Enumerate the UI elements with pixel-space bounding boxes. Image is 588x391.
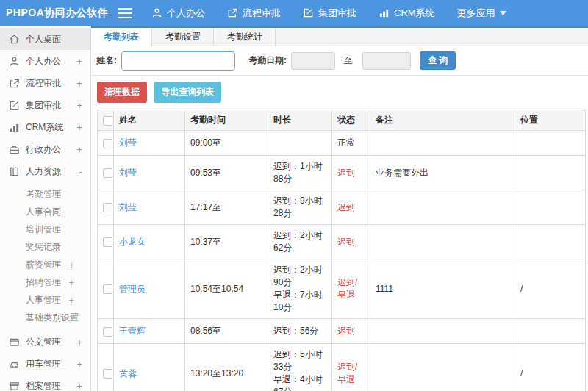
expand-indicator[interactable]: + — [68, 277, 74, 288]
row-checkbox[interactable] — [103, 203, 112, 212]
location-cell — [515, 190, 586, 225]
submenu-item-salary[interactable]: 薪资管理 + — [0, 256, 90, 273]
row-select-cell — [98, 344, 114, 391]
collapse-indicator[interactable]: - — [79, 166, 82, 177]
topnav-personal-office[interactable]: 个人办公 — [151, 7, 205, 20]
table-row: 黄蓉 13:20至13:20 迟到：5小时33分早退：4小时67分 迟到/早退 … — [98, 344, 586, 391]
employee-name-link[interactable]: 王壹辉 — [119, 326, 146, 336]
clear-data-button[interactable]: 清理数据 — [97, 82, 147, 103]
row-checkbox[interactable] — [103, 139, 112, 148]
note-cell — [370, 131, 515, 156]
sidebar-item-label: 用车管理 — [26, 358, 61, 370]
status-cell: 迟到 — [332, 156, 370, 190]
submenu-label: 招聘管理 — [26, 276, 61, 289]
employee-name-link[interactable]: 小龙女 — [119, 237, 146, 247]
topbar: PHPOA协同办公软件 个人办公 流程审批 集团审批 CRM系统 更多应用 — [0, 0, 588, 26]
row-select-cell — [98, 319, 114, 344]
sidebar-item-vehicle-mgmt[interactable]: 用车管理 + — [0, 353, 90, 375]
note-cell — [370, 319, 515, 344]
expand-indicator[interactable]: + — [76, 337, 82, 348]
expand-indicator[interactable]: + — [76, 56, 82, 67]
note-cell — [370, 344, 515, 391]
attendance-time-cell: 13:20至13:20 — [185, 344, 268, 391]
row-checkbox[interactable] — [103, 369, 112, 379]
employee-name-link[interactable]: 管理员 — [119, 284, 146, 294]
sidebar-item-label: 集团审批 — [26, 99, 61, 112]
submenu-item-personnel[interactable]: 人事管理 + — [0, 291, 90, 309]
topnav-group-approval[interactable]: 集团审批 — [303, 7, 356, 20]
query-button[interactable]: 查 询 — [420, 51, 456, 70]
employee-name-link[interactable]: 刘莹 — [119, 137, 137, 148]
tab-attendance-settings[interactable]: 考勤设置 — [152, 28, 214, 46]
topnav-crm-system[interactable]: CRM系统 — [379, 7, 435, 20]
table-row: 管理员 10:54至10:54 迟到：2小时90分早退：7小时10分 迟到/早退… — [98, 259, 586, 319]
row-checkbox[interactable] — [103, 237, 112, 247]
expand-indicator[interactable]: + — [76, 381, 82, 391]
select-all-cell — [98, 110, 114, 131]
sidebar-item-human-resources[interactable]: 人力资源 - — [0, 160, 90, 182]
topnav-label: 集团审批 — [318, 7, 356, 20]
table-row: 刘莹 09:00至 正常 — [98, 131, 586, 156]
col-header-name: 姓名 — [114, 110, 185, 131]
menu-toggle-icon[interactable] — [118, 8, 132, 18]
row-checkbox[interactable] — [103, 327, 112, 337]
location-cell — [515, 131, 586, 156]
share-icon — [9, 78, 21, 89]
sidebar-item-group-approval[interactable]: 集团审批 + — [0, 94, 90, 116]
expand-indicator[interactable]: + — [76, 78, 82, 89]
sidebar-item-archive-mgmt[interactable]: 档案管理 + — [0, 375, 90, 391]
row-select-cell — [98, 131, 114, 156]
row-checkbox[interactable] — [103, 284, 112, 294]
export-list-button[interactable]: 导出查询列表 — [154, 82, 221, 103]
attendance-time-cell: 09:53至 — [185, 156, 268, 190]
note-cell — [370, 225, 515, 259]
expand-indicator[interactable]: + — [76, 122, 82, 133]
duration-line-1: 迟到：1小时88分 — [273, 160, 326, 185]
tab-attendance-stats[interactable]: 考勤统计 — [214, 28, 276, 46]
location-cell — [515, 156, 586, 190]
sidebar-item-personal-office[interactable]: 个人办公 + — [0, 50, 90, 72]
employee-name-link[interactable]: 刘莹 — [119, 168, 137, 178]
date-to-input[interactable] — [362, 52, 411, 70]
submenu-item-recruitment[interactable]: 招聘管理 + — [0, 273, 90, 291]
expand-indicator[interactable]: + — [68, 295, 74, 306]
tab-attendance-list[interactable]: 考勤列表 — [91, 28, 152, 46]
date-label: 考勤日期: — [248, 54, 287, 67]
employee-name-link[interactable]: 黄蓉 — [119, 368, 137, 379]
table-row: 小龙女 10:37至 迟到：2小时62分 迟到 — [98, 225, 586, 259]
duration-cell — [268, 131, 332, 156]
sidebar-item-label: 流程审批 — [26, 77, 61, 90]
expand-indicator[interactable]: + — [76, 144, 82, 155]
edit-icon — [303, 7, 314, 18]
sidebar-item-label: 行政办公 — [26, 143, 61, 156]
app-logo: PHPOA协同办公软件 — [0, 7, 118, 20]
submenu-item-attendance[interactable]: 考勤管理 — [0, 185, 90, 203]
expand-indicator[interactable]: + — [68, 259, 74, 270]
sidebar-item-document-mgmt[interactable]: 公文管理 + — [0, 331, 90, 353]
sidebar-item-crm-system[interactable]: CRM系统 + — [0, 116, 90, 138]
duration-line-1: 迟到：2小时62分 — [273, 229, 326, 254]
submenu-item-hr-contract[interactable]: 人事合同 — [0, 203, 90, 220]
employee-name-link[interactable]: 刘莹 — [119, 202, 137, 212]
topnav-workflow-approval[interactable]: 流程审批 — [227, 7, 281, 20]
date-from-input[interactable] — [291, 52, 335, 70]
row-checkbox[interactable] — [103, 168, 112, 178]
sidebar-item-admin-office[interactable]: 行政办公 + — [0, 138, 90, 160]
submenu-item-base-categories[interactable]: 基础类别设置 + — [0, 309, 90, 326]
row-select-cell — [98, 259, 114, 319]
submenu-label: 人事管理 — [26, 294, 61, 306]
expand-indicator[interactable]: + — [68, 312, 74, 323]
col-header-location: 位置 — [515, 110, 586, 131]
sidebar-item-personal-desktop[interactable]: 个人桌面 — [0, 28, 90, 50]
status-cell: 迟到/早退 — [332, 344, 370, 391]
expand-indicator[interactable]: + — [76, 100, 82, 111]
submenu-item-training[interactable]: 培训管理 — [0, 220, 90, 238]
sidebar: 个人桌面 个人办公 + 流程审批 + 集团审批 + CRM系统 + — [0, 26, 91, 391]
duration-cell: 迟到：5小时33分早退：4小时67分 — [268, 344, 332, 391]
submenu-item-rewards[interactable]: 奖惩记录 — [0, 238, 90, 256]
select-all-checkbox[interactable] — [103, 116, 112, 126]
name-input[interactable] — [121, 51, 235, 71]
sidebar-item-workflow-approval[interactable]: 流程审批 + — [0, 72, 90, 94]
topnav-more-apps[interactable]: 更多应用 — [457, 7, 506, 20]
expand-indicator[interactable]: + — [76, 359, 82, 370]
